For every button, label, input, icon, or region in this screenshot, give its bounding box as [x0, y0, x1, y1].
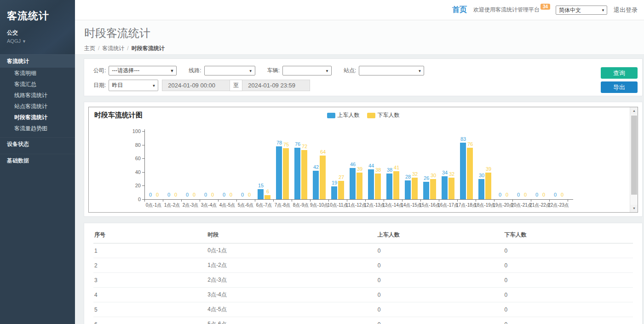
x-tick-mark — [163, 200, 163, 202]
table-cell: 4 — [93, 288, 207, 302]
arrow-down-icon[interactable]: ▼ — [630, 205, 638, 212]
filter-panel: 公司: ---请选择--- ▼ 线路: ▼ 车辆: — [84, 58, 643, 96]
table-row[interactable]: 43点-4点00 — [93, 288, 633, 302]
station-select[interactable]: ▼ — [359, 66, 424, 75]
breadcrumb: 主页/客流统计/时段客流统计 — [84, 45, 644, 52]
bar-上车人数[interactable] — [368, 169, 374, 199]
app-title: 客流统计 — [7, 9, 75, 23]
export-button[interactable]: 导出 — [601, 81, 638, 93]
bar-上车人数[interactable] — [331, 186, 337, 199]
y-axis-line — [144, 129, 145, 200]
bar-下车人数[interactable] — [301, 150, 307, 199]
sidebar-item-客流明细[interactable]: 客流明细 — [0, 68, 75, 79]
x-tick-mark — [200, 200, 200, 202]
x-tick-mark — [457, 200, 458, 202]
table-body: 10点-1点0021点-2点0032点-3点0043点-4点0054点-5点00… — [93, 243, 633, 324]
bar-上车人数[interactable] — [386, 174, 392, 199]
sidebar-item-线路客流统计[interactable]: 线路客流统计 — [0, 90, 75, 101]
date-preset-select[interactable]: 昨日 ▼ — [109, 80, 158, 91]
bar-value-label: 39 — [481, 166, 496, 172]
x-tick-mark — [476, 200, 476, 202]
company-select[interactable]: ---请选择--- ▼ — [109, 66, 177, 75]
y-tick-label: 0 — [125, 197, 141, 202]
bar-上车人数[interactable] — [294, 148, 300, 199]
chevron-down-icon: ▼ — [418, 66, 421, 75]
bar-下车人数[interactable] — [467, 148, 473, 199]
table-row[interactable]: 54点-5点00 — [93, 302, 633, 317]
home-link[interactable]: 首页 — [452, 5, 467, 15]
sidebar-item-基础数据[interactable]: 基础数据 — [0, 154, 75, 167]
chevron-down-icon: ▼ — [325, 66, 329, 75]
account-dropdown[interactable]: AQGJ▼ — [7, 38, 75, 44]
x-tick-mark — [347, 200, 347, 202]
vehicle-select[interactable]: ▼ — [282, 66, 332, 75]
x-axis-category-label: 22点-23点 — [542, 202, 575, 208]
bar-上车人数[interactable] — [405, 180, 411, 199]
bar-下车人数[interactable] — [375, 174, 381, 199]
station-label: 站点: — [344, 67, 356, 75]
y-tick-mark — [142, 172, 144, 173]
page-heading: 时段客流统计 主页/客流统计/时段客流统计 — [75, 20, 644, 55]
arrow-up-icon[interactable]: ▲ — [630, 107, 638, 115]
chevron-down-icon: ▼ — [249, 66, 253, 75]
x-tick-mark — [181, 200, 182, 202]
sidebar-item-客流汇总[interactable]: 客流汇总 — [0, 79, 75, 90]
breadcrumb-parent[interactable]: 客流统计 — [102, 45, 124, 52]
bar-下车人数[interactable] — [356, 173, 362, 199]
chevron-down-icon: ▼ — [601, 6, 605, 14]
x-tick-mark — [512, 200, 513, 202]
bar-下车人数[interactable] — [338, 181, 344, 199]
vehicle-label: 车辆: — [267, 67, 280, 75]
table-cell: 0 — [377, 288, 504, 302]
line-select[interactable]: ▼ — [204, 66, 255, 75]
sidebar-item-设备状态[interactable]: 设备状态 — [0, 137, 75, 150]
table-row[interactable]: 21点-2点00 — [93, 258, 633, 273]
table-cell: 2 — [93, 258, 207, 273]
logout-link[interactable]: 退出登录 — [614, 6, 638, 14]
bar-下车人数[interactable] — [412, 178, 418, 199]
table-cell: 0 — [503, 317, 633, 324]
language-select-value: 简体中文 — [559, 7, 581, 13]
bar-上车人数[interactable] — [313, 171, 319, 199]
bar-上车人数[interactable] — [276, 146, 282, 199]
bar-上车人数[interactable] — [423, 182, 429, 199]
bar-下车人数[interactable] — [393, 171, 399, 199]
bar-下车人数[interactable] — [448, 178, 454, 199]
table-cell: 0 — [503, 288, 633, 302]
bar-value-label: 72 — [297, 144, 312, 149]
scrollbar-thumb[interactable] — [631, 116, 637, 195]
notification-badge[interactable]: 34 — [540, 4, 550, 10]
bar-下车人数[interactable] — [430, 179, 436, 199]
sidebar-item-客流统计[interactable]: 客流统计 — [0, 54, 75, 68]
sidebar-item-时段客流统计[interactable]: 时段客流统计 — [0, 112, 75, 123]
bar-上车人数[interactable] — [350, 168, 356, 199]
query-button[interactable]: 查询 — [601, 67, 638, 79]
chart-vertical-scrollbar[interactable]: ▲ ▼ — [630, 107, 638, 212]
breadcrumb-current: 时段客流统计 — [132, 45, 165, 52]
x-tick-mark — [549, 200, 550, 202]
bar-下车人数[interactable] — [320, 156, 326, 199]
org-name: 公交 — [7, 29, 75, 37]
language-select[interactable]: 简体中文 ▼ — [556, 6, 607, 15]
table-row[interactable]: 32点-3点00 — [93, 273, 633, 288]
welcome-text: 欢迎使用客流统计管理平台34 — [473, 6, 549, 14]
bar-上车人数[interactable] — [442, 176, 448, 199]
bar-下车人数[interactable] — [264, 195, 270, 199]
table-cell: 3点-4点 — [207, 288, 376, 302]
bar-下车人数[interactable] — [283, 148, 289, 199]
table-row[interactable]: 10点-1点00 — [93, 243, 633, 258]
sidebar-item-站点客流统计[interactable]: 站点客流统计 — [0, 101, 75, 112]
date-to-input[interactable]: 2024-01-09 23:59 — [242, 80, 310, 91]
breadcrumb-home[interactable]: 主页 — [84, 45, 95, 52]
date-label: 日期: — [93, 81, 106, 89]
bar-上车人数[interactable] — [478, 179, 484, 199]
x-tick-mark — [273, 200, 274, 202]
table-row[interactable]: 65点-6点00 — [93, 317, 633, 324]
y-tick-mark — [142, 185, 144, 186]
bar-上车人数[interactable] — [460, 143, 466, 199]
chart-box: 时段车流统计图 上车人数 下车人数 020406080100000点-1点001… — [88, 107, 638, 213]
sidebar-item-客流量趋势图[interactable]: 客流量趋势图 — [0, 123, 75, 134]
date-from-input[interactable]: 2024-01-09 00:00 — [162, 80, 230, 91]
bar-value-label: 0 — [554, 192, 570, 197]
bar-下车人数[interactable] — [485, 173, 491, 199]
